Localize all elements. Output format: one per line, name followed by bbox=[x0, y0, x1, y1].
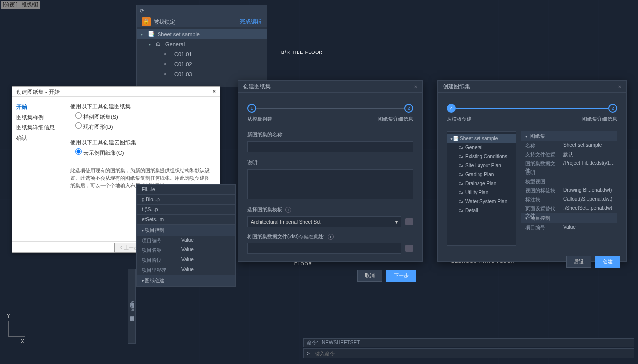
prop-row[interactable]: 项目阶段Value bbox=[137, 255, 235, 265]
folder-icon: 🗂 bbox=[458, 181, 463, 186]
command-history: 命令: _NEWSHEETSET bbox=[303, 338, 634, 347]
viewport-label: [俯视][二维线框] bbox=[1, 1, 40, 9]
prop-group-header[interactable]: 图纸创建 bbox=[137, 275, 235, 286]
create-sheetset-dialog-step2[interactable]: 创建图纸集 × ✓ 2 从模板创建图纸集详细信息 ▾ 📑Sheet set sa… bbox=[437, 80, 627, 262]
desc-label: 说明: bbox=[247, 159, 413, 166]
tree-item[interactable]: 🗂Drainage Plan bbox=[447, 179, 516, 188]
prop-row[interactable]: 项目编号Value bbox=[521, 223, 617, 232]
prop-row[interactable]: 名称Sheet set sample bbox=[521, 141, 617, 150]
prop-row[interactable]: 视图的标签块Drawing Bl...erial.dwt) bbox=[521, 186, 617, 195]
back-button[interactable]: 后退 bbox=[566, 256, 591, 268]
prop-group-header[interactable]: 图纸集 bbox=[521, 131, 617, 141]
sheetset-manager-tab[interactable]: 适用于 WEB 的图纸集管理器 bbox=[128, 269, 136, 344]
prop-row[interactable]: 说明 bbox=[521, 168, 617, 177]
file-row[interactable]: t (\S...p bbox=[137, 205, 235, 215]
template-select[interactable]: Architectural Imperial Sheet Set▾ bbox=[247, 216, 401, 227]
stepper: 1 2 bbox=[247, 104, 413, 113]
tree-group-label: General bbox=[165, 41, 185, 47]
folder-icon: 🗂 bbox=[458, 154, 463, 159]
sheet-icon: ▫ bbox=[164, 61, 171, 68]
next-button[interactable]: 下一步 bbox=[386, 270, 416, 282]
prop-row[interactable]: 项目名称Value bbox=[137, 245, 235, 255]
command-input[interactable] bbox=[315, 351, 631, 356]
prop-row[interactable]: 项目编号Value bbox=[137, 236, 235, 245]
close-icon[interactable]: × bbox=[618, 84, 621, 90]
sheetset-desc-input[interactable] bbox=[247, 169, 413, 199]
wizard-titlebar[interactable]: 创建图纸集 - 开始 × bbox=[12, 87, 220, 97]
tree-item[interactable]: ▫C01.03 bbox=[137, 69, 267, 79]
tree-root[interactable]: ▾ 📑Sheet set sample bbox=[447, 134, 516, 143]
prop-row[interactable]: 支持文件位置默认 bbox=[521, 150, 617, 159]
prop-row[interactable]: 页面设置替代文件.\SheetSet...perial.dwt bbox=[521, 204, 617, 213]
property-grid[interactable]: 图纸集 名称Sheet set sample 支持文件位置默认 图纸集数据文件/… bbox=[521, 131, 617, 246]
wizard-step[interactable]: 开始 bbox=[16, 102, 58, 112]
tree-group[interactable]: ▾🗂General bbox=[137, 39, 267, 49]
info-icon[interactable]: i bbox=[328, 234, 334, 240]
sheetset-name-input[interactable] bbox=[247, 141, 413, 152]
tree-item[interactable]: 🗂Existing Conditions bbox=[447, 152, 516, 161]
tree-lock-bar: 🔒被我锁定 完成编辑 bbox=[137, 16, 267, 27]
sheetset-icon: 📑 bbox=[148, 31, 155, 38]
prop-row[interactable]: 标注块Callout(\S...perial.dwt) bbox=[521, 195, 617, 204]
chevron-down-icon: ▾ bbox=[395, 219, 398, 225]
tree-root[interactable]: ▾📑Sheet set sample bbox=[137, 29, 267, 39]
radio-cloud[interactable]: 云示例图纸集(C) bbox=[75, 148, 212, 157]
dst-label: 将图纸集数据文件(.dst)存储在此处:i bbox=[247, 233, 413, 240]
lock-text: 被我锁定 bbox=[154, 18, 175, 24]
tree-item[interactable]: 🗂Utility Plan bbox=[447, 188, 516, 197]
dialog-header[interactable]: 创建图纸集 × bbox=[238, 81, 422, 93]
tree-item[interactable]: 🗂Grading Plan bbox=[447, 170, 516, 179]
folder-icon: 🗂 bbox=[458, 163, 463, 168]
tree-panel-header: ⟳ bbox=[137, 5, 267, 16]
info-icon[interactable]: i bbox=[285, 207, 291, 213]
properties-panel[interactable]: Fil...le g Blo...p t (\S...p etSets...m … bbox=[136, 184, 236, 287]
radio-sample[interactable]: 样例图纸集(S) bbox=[75, 112, 212, 121]
file-row[interactable]: Fil...le bbox=[137, 185, 235, 195]
tree-item[interactable]: ▫C01.01 bbox=[137, 49, 267, 59]
sheet-icon: ▫ bbox=[164, 51, 171, 58]
wizard-step[interactable]: 图纸集样例 bbox=[16, 112, 58, 122]
sheet-set-tree-panel[interactable]: ⟳ 🔒被我锁定 完成编辑 ▾📑Sheet set sample ▾🗂Genera… bbox=[136, 5, 267, 87]
tree-item[interactable]: 🗂Detail bbox=[447, 206, 516, 215]
section-label: 使用以下工具创建云图纸集 bbox=[70, 139, 212, 146]
browse-folder-icon[interactable] bbox=[405, 245, 413, 252]
tree-item[interactable]: ▫C01.02 bbox=[137, 59, 267, 69]
create-sheetset-dialog-step1[interactable]: 创建图纸集 × 1 2 从模板创建图纸集详细信息 新图纸集的名称: 说明: 选择… bbox=[238, 80, 423, 262]
stepper: ✓ 2 bbox=[447, 104, 617, 113]
finish-edit-link[interactable]: 完成编辑 bbox=[240, 18, 262, 25]
tree-item[interactable]: 🗂Water System Plan bbox=[447, 197, 516, 206]
prop-group-header[interactable]: 项目控制 bbox=[137, 225, 235, 236]
room-label-1: B/R TILE FLOOR bbox=[281, 50, 323, 55]
prop-row[interactable]: 模型视图 bbox=[521, 177, 617, 186]
wizard-step[interactable]: 确认 bbox=[16, 133, 58, 143]
close-icon[interactable]: × bbox=[414, 84, 417, 90]
tree-item[interactable]: 🗂Site Layout Plan bbox=[447, 161, 516, 170]
radio-existing[interactable]: 现有图形(D) bbox=[75, 122, 212, 131]
create-button[interactable]: 创建 bbox=[595, 256, 620, 268]
dialog-title: 创建图纸集 bbox=[443, 83, 470, 90]
name-label: 新图纸集的名称: bbox=[247, 131, 413, 138]
template-label: 选择图纸集模板i bbox=[247, 206, 413, 213]
sheetset-structure-tree[interactable]: ▾ 📑Sheet set sample 🗂General 🗂Existing C… bbox=[447, 131, 516, 246]
lock-icon: 🔒 bbox=[142, 17, 151, 26]
prop-row[interactable]: 项目里程碑Value bbox=[137, 265, 235, 275]
dst-path-input[interactable] bbox=[247, 243, 401, 254]
file-row[interactable]: g Blo...p bbox=[137, 195, 235, 205]
tree-item[interactable]: 🗂General bbox=[447, 143, 516, 152]
browse-folder-icon[interactable] bbox=[405, 218, 413, 225]
wizard-step[interactable]: 图纸集详细信息 bbox=[16, 122, 58, 133]
prop-row[interactable]: 图纸集数据文件/Project Fil...le.dst(v1.0) bbox=[521, 159, 617, 168]
command-input-row[interactable]: >_ bbox=[303, 348, 634, 358]
file-row[interactable]: etSets...m bbox=[137, 215, 235, 225]
wizard-steps: 开始 图纸集样例 图纸集详细信息 确认 bbox=[12, 97, 62, 241]
cancel-button[interactable]: 取消 bbox=[357, 270, 382, 282]
folder-icon: 🗂 bbox=[156, 41, 162, 48]
close-icon[interactable]: × bbox=[213, 88, 216, 95]
wizard-title: 创建图纸集 - 开始 bbox=[16, 88, 60, 95]
folder-icon: 🗂 bbox=[458, 145, 463, 150]
command-bar: 命令: _NEWSHEETSET >_ bbox=[303, 338, 634, 358]
step-node: ✓ bbox=[447, 104, 456, 113]
dialog-header[interactable]: 创建图纸集 × bbox=[438, 81, 626, 93]
prop-group-header[interactable]: 项目控制 bbox=[521, 213, 617, 223]
ucs-axes: Y X bbox=[7, 313, 27, 344]
